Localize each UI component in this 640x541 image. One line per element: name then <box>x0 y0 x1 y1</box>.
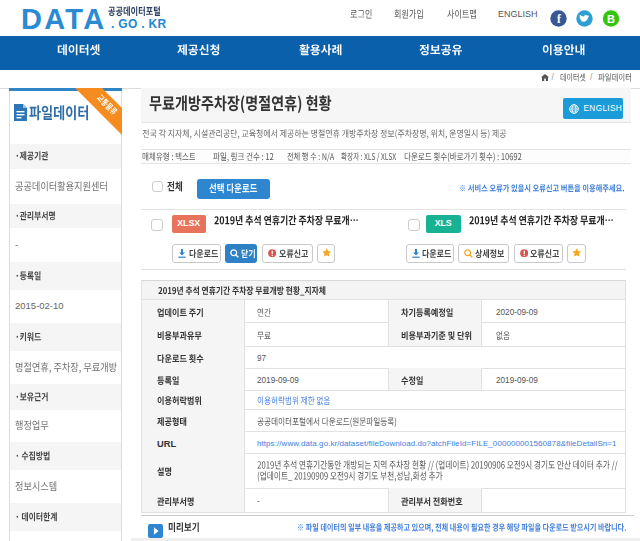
svg-text:B: B <box>607 13 615 25</box>
svg-text:f: f <box>557 13 561 25</box>
